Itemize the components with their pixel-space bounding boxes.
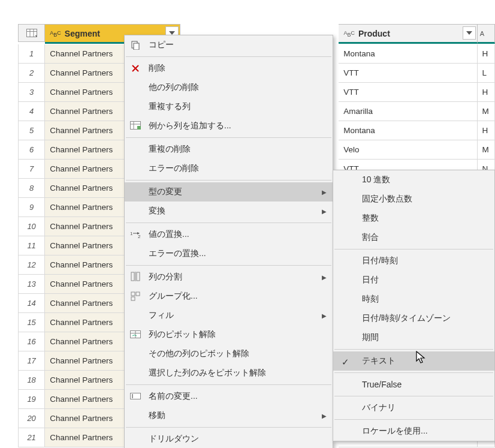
submenu-item[interactable]: 日付/時刻 (333, 251, 494, 270)
row-number-cell[interactable]: 11 (18, 236, 45, 255)
row-number-cell[interactable]: 1 (18, 44, 45, 64)
submenu-item[interactable]: 固定小数点数 (333, 190, 494, 209)
row-number-cell[interactable]: 14 (18, 294, 45, 313)
row-number-cell[interactable]: 3 (18, 83, 45, 102)
menu-item-label: グループ化... (149, 291, 198, 302)
select-all-corner[interactable] (18, 24, 45, 42)
cell-right[interactable]: H (478, 121, 496, 140)
cell-right[interactable]: L (478, 64, 496, 83)
row-number-cell[interactable]: 16 (18, 332, 45, 351)
cell-product[interactable]: VTT (339, 83, 477, 102)
menu-item[interactable]: 型の変更▶ (125, 182, 333, 202)
submenu-item[interactable]: 10 進数 (333, 170, 494, 190)
menu-item[interactable]: 重複の削除 (125, 140, 333, 159)
submenu-item[interactable]: 期間 (333, 328, 494, 347)
menu-item[interactable]: エラーの削除 (125, 159, 333, 178)
submenu-item[interactable]: 日付/時刻/タイムゾーン (333, 309, 494, 328)
cell-product[interactable]: Montana (339, 121, 477, 140)
menu-item[interactable]: 変換▶ (125, 202, 333, 221)
row-number-cell[interactable]: 9 (18, 198, 45, 217)
row-number-cell[interactable]: 15 (18, 313, 45, 332)
cell-product[interactable]: Velo (339, 140, 477, 160)
menu-item-label: エラーの削除 (149, 163, 199, 174)
menu-item[interactable]: 列の分割▶ (125, 267, 333, 287)
column-header-product[interactable]: ABC Product (339, 24, 477, 44)
menu-item[interactable]: 列のピボット解除 (125, 325, 333, 344)
menu-item[interactable]: 12値の置換... (125, 225, 333, 244)
submenu-item-label: 固定小数点数 (362, 194, 412, 205)
menu-item[interactable]: 移動▶ (125, 406, 333, 425)
column-header-label: Product (358, 29, 390, 38)
cell-product[interactable]: Montana (339, 44, 477, 64)
column-header-right[interactable]: A (478, 24, 495, 44)
menu-item[interactable]: 他の列の削除 (125, 78, 333, 97)
blank-icon (129, 248, 141, 260)
row-number-cell[interactable]: 8 (18, 179, 45, 198)
row-number-cell[interactable]: 5 (18, 121, 45, 140)
cell-right[interactable]: M (478, 102, 496, 121)
row-number-cell[interactable]: 19 (18, 390, 45, 409)
row-number-cell[interactable]: 17 (18, 351, 45, 371)
replace-icon: 12 (129, 228, 141, 240)
submenu-item[interactable]: 時刻 (333, 290, 494, 309)
cell-right[interactable]: H (478, 83, 496, 102)
row-number-cell[interactable]: 6 (18, 140, 45, 160)
menu-item-label: 他の列の削除 (149, 82, 199, 93)
submenu-item-label: バイナリ (362, 402, 396, 413)
menu-item-label: 移動 (149, 410, 165, 421)
menu-separator (126, 56, 331, 57)
menu-item[interactable]: 選択した列のみをピボット解除 (125, 363, 333, 383)
submenu-item[interactable]: True/False (333, 375, 494, 394)
svg-rect-14 (137, 126, 141, 130)
row-number-cell[interactable]: 10 (18, 217, 45, 236)
example-icon (129, 120, 141, 132)
unpivot-icon (129, 329, 141, 341)
column-filter-dropdown[interactable] (463, 26, 476, 40)
submenu-item[interactable]: ロケールを使用... (333, 422, 494, 441)
cell-right[interactable]: M (478, 140, 496, 160)
submenu-item[interactable]: バイナリ (333, 398, 494, 417)
type-prefix-icon: ABC (50, 29, 61, 38)
submenu-item-label: 日付/時刻 (362, 255, 398, 266)
submenu-item[interactable]: 割合 (333, 228, 494, 247)
submenu-item[interactable]: 日付 (333, 270, 494, 290)
menu-separator (334, 349, 493, 350)
blank-icon (129, 348, 141, 360)
submenu-item[interactable]: ✓テキスト (333, 351, 494, 371)
row-number-cell[interactable]: 12 (18, 255, 45, 275)
menu-item[interactable]: フィル▶ (125, 306, 333, 325)
submenu-item-label: 日付 (362, 275, 379, 285)
menu-item[interactable]: その他の列のピボット解除 (125, 344, 333, 363)
svg-rect-19 (137, 272, 140, 281)
submenu-item-label: 期間 (362, 332, 379, 343)
svg-rect-27 (131, 393, 141, 399)
row-number-cell[interactable]: 4 (18, 102, 45, 121)
menu-item-label: 削除 (149, 63, 165, 74)
svg-rect-23 (131, 297, 135, 300)
menu-item[interactable]: 名前の変更... (125, 387, 333, 406)
menu-item[interactable]: エラーの置換... (125, 244, 333, 263)
menu-item[interactable]: コピー (125, 35, 333, 55)
menu-item[interactable]: 重複する列 (125, 97, 333, 116)
cell-product[interactable]: Amarilla (339, 102, 477, 121)
menu-item[interactable]: ドリルダウン (125, 429, 333, 448)
menu-item[interactable]: 削除 (125, 59, 333, 78)
row-number-cell[interactable]: 7 (18, 160, 45, 179)
cell-product[interactable]: VTT (339, 64, 477, 83)
menu-item-label: その他の列のピボット解除 (149, 348, 249, 359)
blank-icon (129, 186, 141, 198)
row-number-cell[interactable]: 21 (18, 428, 45, 447)
menu-separator (334, 396, 493, 396)
menu-item[interactable]: 例から列を追加する... (125, 116, 333, 136)
menu-item[interactable]: グループ化... (125, 287, 333, 306)
rename-icon (129, 390, 141, 402)
row-number-cell[interactable]: 18 (18, 371, 45, 390)
submenu-item[interactable]: 整数 (333, 209, 494, 228)
row-number-cell[interactable]: 13 (18, 275, 45, 294)
row-number-cell[interactable]: 2 (18, 64, 45, 83)
row-number-cell[interactable]: 20 (18, 409, 45, 428)
svg-rect-18 (131, 272, 134, 281)
cell-right[interactable]: H (478, 44, 496, 64)
type-change-submenu: 10 進数固定小数点数整数割合日付/時刻日付時刻日付/時刻/タイムゾーン期間✓テ… (333, 170, 495, 441)
blank-icon (129, 410, 141, 422)
